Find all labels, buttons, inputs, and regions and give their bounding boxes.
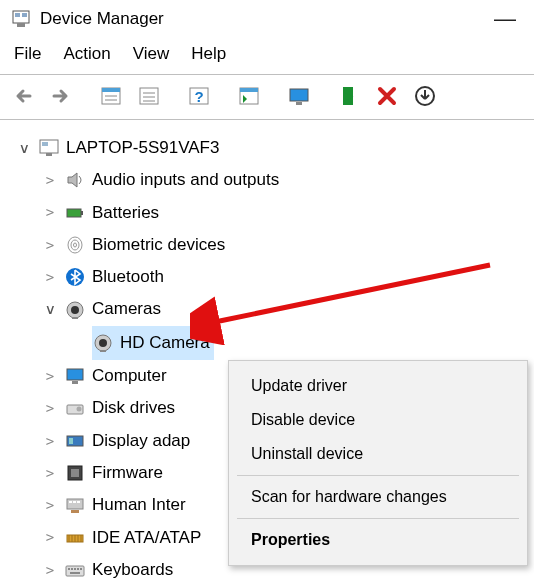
node-label: Biometric devices xyxy=(92,229,225,261)
context-menu: Update driver Disable device Uninstall d… xyxy=(228,360,528,566)
menu-file[interactable]: File xyxy=(14,44,41,64)
ctx-properties[interactable]: Properties xyxy=(229,523,527,557)
toolbar-help-icon[interactable]: ? xyxy=(182,81,216,111)
node-label: Keyboards xyxy=(92,554,173,586)
expand-toggle[interactable] xyxy=(16,140,32,156)
svg-rect-56 xyxy=(66,566,84,576)
disk-icon xyxy=(64,398,86,420)
ide-icon xyxy=(64,527,86,549)
menubar: File Action View Help xyxy=(0,40,534,72)
toolbar-details-icon[interactable] xyxy=(94,81,128,111)
svg-rect-44 xyxy=(71,469,79,477)
fingerprint-icon xyxy=(64,234,86,256)
root-node[interactable]: LAPTOP-5S91VAF3 xyxy=(12,132,534,164)
expand-toggle[interactable] xyxy=(42,401,58,417)
svg-rect-49 xyxy=(71,510,79,513)
root-label: LAPTOP-5S91VAF3 xyxy=(66,132,219,164)
expand-toggle[interactable] xyxy=(42,465,58,481)
svg-point-28 xyxy=(71,240,79,250)
node-label: Human Inter xyxy=(92,489,186,521)
node-label: Bluetooth xyxy=(92,261,164,293)
svg-rect-2 xyxy=(22,13,27,17)
expand-toggle[interactable] xyxy=(42,172,58,188)
svg-point-29 xyxy=(74,243,77,247)
svg-rect-26 xyxy=(81,211,83,215)
forward-button[interactable] xyxy=(44,81,78,111)
expand-toggle[interactable] xyxy=(42,562,58,578)
node-label: HD Camera xyxy=(120,327,210,359)
svg-rect-36 xyxy=(100,350,106,352)
node-label: IDE ATA/ATAP xyxy=(92,522,201,554)
ctx-scan-hardware[interactable]: Scan for hardware changes xyxy=(229,480,527,514)
speaker-icon xyxy=(64,169,86,191)
separator xyxy=(237,475,519,476)
svg-point-35 xyxy=(99,339,107,347)
node-label: Audio inputs and outputs xyxy=(92,164,279,196)
toolbar-enable-icon[interactable] xyxy=(332,81,366,111)
node-hd-camera[interactable]: HD Camera xyxy=(12,326,534,360)
svg-rect-15 xyxy=(240,88,258,92)
svg-rect-59 xyxy=(74,568,76,570)
svg-rect-8 xyxy=(140,88,158,104)
menu-view[interactable]: View xyxy=(133,44,170,64)
camera-icon xyxy=(92,332,114,354)
monitor-icon xyxy=(64,365,86,387)
node-bluetooth[interactable]: Bluetooth xyxy=(12,261,534,293)
node-audio[interactable]: Audio inputs and outputs xyxy=(12,164,534,196)
svg-text:?: ? xyxy=(194,88,203,105)
node-batteries[interactable]: Batteries xyxy=(12,197,534,229)
node-label: Disk drives xyxy=(92,392,175,424)
expand-toggle[interactable] xyxy=(42,269,58,285)
svg-rect-17 xyxy=(290,89,308,101)
expand-toggle[interactable] xyxy=(42,205,58,221)
svg-rect-25 xyxy=(67,209,81,217)
battery-icon xyxy=(64,202,86,224)
svg-rect-3 xyxy=(17,23,25,27)
window-title: Device Manager xyxy=(40,9,164,29)
expand-toggle[interactable] xyxy=(42,237,58,253)
firmware-icon xyxy=(64,462,86,484)
expand-toggle[interactable] xyxy=(42,302,58,318)
expand-toggle[interactable] xyxy=(42,497,58,513)
svg-rect-60 xyxy=(77,568,79,570)
ctx-update-driver[interactable]: Update driver xyxy=(229,369,527,403)
toolbar-monitor-icon[interactable] xyxy=(282,81,316,111)
toolbar-list-icon[interactable] xyxy=(132,81,166,111)
menu-action[interactable]: Action xyxy=(63,44,110,64)
node-label: Batteries xyxy=(92,197,159,229)
display-adapter-icon xyxy=(64,430,86,452)
back-button[interactable] xyxy=(6,81,40,111)
toolbar-delete-icon[interactable] xyxy=(370,81,404,111)
svg-rect-18 xyxy=(296,102,302,105)
titlebar: Device Manager — xyxy=(0,0,534,40)
svg-rect-57 xyxy=(68,568,70,570)
ctx-uninstall-device[interactable]: Uninstall device xyxy=(229,437,527,471)
toolbar-scan-icon[interactable] xyxy=(232,81,266,111)
expand-toggle[interactable] xyxy=(42,368,58,384)
svg-marker-16 xyxy=(243,95,247,103)
svg-rect-62 xyxy=(70,572,80,574)
computer-icon xyxy=(38,137,60,159)
svg-rect-47 xyxy=(73,501,76,503)
hid-icon xyxy=(64,494,86,516)
menu-help[interactable]: Help xyxy=(191,44,226,64)
node-label: Cameras xyxy=(92,293,161,325)
separator xyxy=(237,518,519,519)
svg-rect-37 xyxy=(67,369,83,380)
ctx-disable-device[interactable]: Disable device xyxy=(229,403,527,437)
svg-rect-23 xyxy=(42,142,48,146)
toolbar-update-icon[interactable] xyxy=(408,81,442,111)
node-cameras[interactable]: Cameras xyxy=(12,293,534,325)
svg-rect-38 xyxy=(72,381,78,384)
keyboard-icon xyxy=(64,559,86,581)
expand-toggle[interactable] xyxy=(42,530,58,546)
svg-point-40 xyxy=(77,406,82,411)
node-biometric[interactable]: Biometric devices xyxy=(12,229,534,261)
minimize-button[interactable]: — xyxy=(486,6,524,32)
expand-toggle[interactable] xyxy=(42,433,58,449)
svg-point-27 xyxy=(68,237,82,253)
node-label: Computer xyxy=(92,360,167,392)
svg-rect-33 xyxy=(72,317,78,319)
svg-rect-1 xyxy=(15,13,20,17)
svg-rect-46 xyxy=(69,501,72,503)
